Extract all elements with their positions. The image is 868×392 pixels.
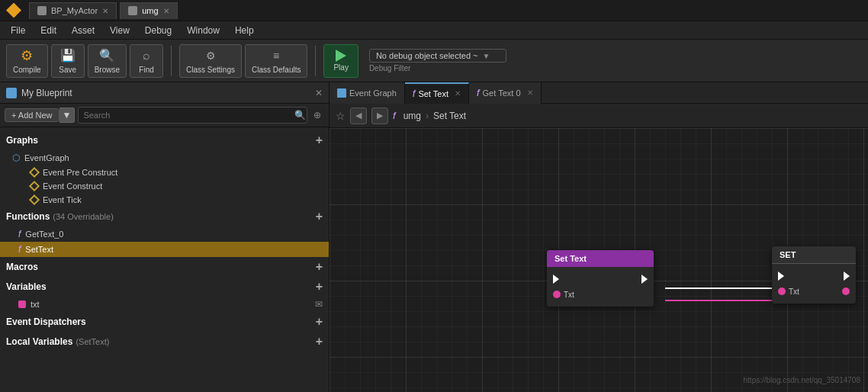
set-text-exec-row (547, 272, 654, 287)
variables-section-header[interactable]: Variables + (0, 277, 329, 297)
set-text-func-icon: f (18, 244, 21, 255)
set-text-node-header: Set Text (547, 250, 654, 267)
txt-variable-item[interactable]: txt ✉ (0, 297, 329, 312)
local-variables-section-header[interactable]: Local Variables (SetText) + (0, 332, 329, 352)
graphs-section-header[interactable]: Graphs + (0, 130, 329, 150)
set-text-node[interactable]: Set Text (547, 250, 654, 307)
set-text-label: SetText (25, 245, 53, 254)
set-text-tab[interactable]: f Set Text ✕ (405, 82, 469, 104)
play-icon (336, 50, 346, 62)
menu-debug[interactable]: Debug (137, 24, 179, 37)
search-wrap: 🔍 (78, 107, 307, 124)
breadcrumb-back-button[interactable]: ◀ (350, 108, 367, 124)
class-defaults-button[interactable]: ≡ Class Defaults (245, 44, 307, 78)
add-new-label: + Add New (11, 111, 53, 120)
functions-add-button[interactable]: + (316, 210, 323, 223)
set-text-tab-close[interactable]: ✕ (455, 89, 461, 98)
macros-label: Macros (6, 262, 38, 272)
event-graph-tab[interactable]: Event Graph (330, 82, 405, 104)
debug-object-dropdown[interactable]: No debug object selected ~ ▼ (369, 49, 506, 63)
set-text-exec-in-pin (553, 275, 559, 284)
event-pre-construct-icon (29, 167, 40, 178)
tab-bp-close[interactable]: ✕ (102, 7, 108, 15)
menu-view[interactable]: View (102, 24, 137, 37)
tab-bp-label: BP_MyActor (51, 6, 98, 15)
functions-label: Functions (6, 211, 50, 222)
event-construct-item[interactable]: Event Construct (0, 179, 329, 193)
graphs-add-button[interactable]: + (316, 133, 323, 147)
menu-file[interactable]: File (3, 24, 33, 37)
event-graph-tab-icon (337, 88, 346, 98)
set-text-node-body: Txt (547, 267, 654, 307)
event-pre-construct-item[interactable]: Event Pre Construct (0, 165, 329, 179)
play-button[interactable]: Play (323, 44, 358, 78)
graphs-label: Graphs (6, 135, 38, 146)
local-variables-add-button[interactable]: + (316, 335, 323, 349)
event-dispatchers-section-header[interactable]: Event Dispatchers + (0, 312, 329, 332)
event-dispatchers-add-button[interactable]: + (316, 315, 323, 329)
get-text-0-tab-close[interactable]: ✕ (527, 88, 533, 97)
graph-canvas[interactable]: Set Text (330, 128, 868, 392)
set-node[interactable]: SET (772, 246, 856, 304)
debug-filter-label: Debug Filter (369, 64, 410, 72)
tab-umg[interactable]: umg ✕ (120, 2, 177, 19)
panel-close-button[interactable]: ✕ (315, 88, 323, 98)
macros-add-button[interactable]: + (316, 260, 323, 274)
get-text-0-tab-label: Get Text 0 (483, 88, 521, 98)
macros-section-header[interactable]: Macros + (0, 257, 329, 277)
set-text-exec-out-pin (641, 275, 648, 284)
find-button[interactable]: ⌕ Find (130, 44, 163, 78)
search-input[interactable] (78, 107, 307, 124)
set-exec-out-pin (844, 272, 850, 281)
class-settings-label: Class Settings (186, 66, 235, 74)
browse-label: Browse (95, 66, 120, 74)
event-tick-icon (29, 194, 40, 205)
set-exec-in-arrow (778, 272, 784, 281)
menu-help[interactable]: Help (227, 24, 262, 37)
tab-bp-myactor[interactable]: BP_MyActor ✕ (29, 2, 117, 19)
set-text-txt-in-pin: Txt (553, 291, 574, 299)
save-button[interactable]: 💾 Save (51, 44, 85, 78)
add-new-button[interactable]: + Add New (5, 108, 59, 122)
app-logo (6, 3, 21, 18)
tab-umg-close[interactable]: ✕ (163, 7, 169, 15)
tab-umg-label: umg (142, 6, 158, 15)
txt-in-label: Txt (564, 291, 574, 299)
event-graph-tab-label: Event Graph (349, 88, 397, 98)
functions-count: (34 Overridable) (53, 212, 113, 221)
menu-window[interactable]: Window (179, 24, 227, 37)
toolbar-sep-2 (315, 46, 316, 76)
set-txt-in-pin: Txt (778, 288, 799, 296)
breadcrumb-func-icon: f (393, 110, 396, 121)
get-text-0-tab-icon: f (477, 87, 480, 98)
left-panel: My Blueprint ✕ + Add New ▼ 🔍 ⊕ Graphs (0, 82, 330, 392)
bookmark-button[interactable]: ☆ (336, 110, 346, 122)
debug-dropdown-arrow: ▼ (483, 52, 490, 60)
set-exec-row (772, 268, 856, 284)
breadcrumb-forward-button[interactable]: ▶ (371, 108, 388, 124)
menu-edit[interactable]: Edit (33, 24, 64, 37)
variables-add-button[interactable]: + (316, 280, 323, 294)
save-label: Save (59, 66, 76, 74)
event-tick-item[interactable]: Event Tick (0, 193, 329, 207)
compile-button[interactable]: ⚙ Compile (6, 44, 48, 78)
exec-out-arrow (641, 275, 648, 284)
add-new-dropdown-arrow[interactable]: ▼ (59, 108, 76, 123)
set-text-tab-label: Set Text (418, 89, 448, 98)
view-options-button[interactable]: ⊕ (310, 110, 324, 120)
find-icon: ⌕ (139, 48, 154, 63)
browse-button[interactable]: 🔍 Browse (88, 44, 127, 78)
get-text-0-tab[interactable]: f Get Text 0 ✕ (469, 82, 542, 104)
set-text-item[interactable]: f SetText (0, 242, 329, 257)
search-icon[interactable]: 🔍 (294, 110, 306, 120)
class-settings-button[interactable]: ⚙ Class Settings (179, 44, 242, 78)
event-graph-item[interactable]: ⬡ EventGraph (0, 150, 329, 165)
set-txt-in-circle (778, 288, 786, 295)
functions-section-header[interactable]: Functions (34 Overridable) + (0, 207, 329, 227)
find-label: Find (139, 66, 153, 74)
menu-bar: File Edit Asset View Debug Window Help (0, 21, 868, 40)
toolbar-main-group: ⚙ Compile 💾 Save 🔍 Browse ⌕ Find (6, 44, 163, 78)
menu-asset[interactable]: Asset (64, 24, 102, 37)
event-construct-label: Event Construct (43, 182, 102, 191)
get-text-0-item[interactable]: f GetText_0 (0, 227, 329, 242)
